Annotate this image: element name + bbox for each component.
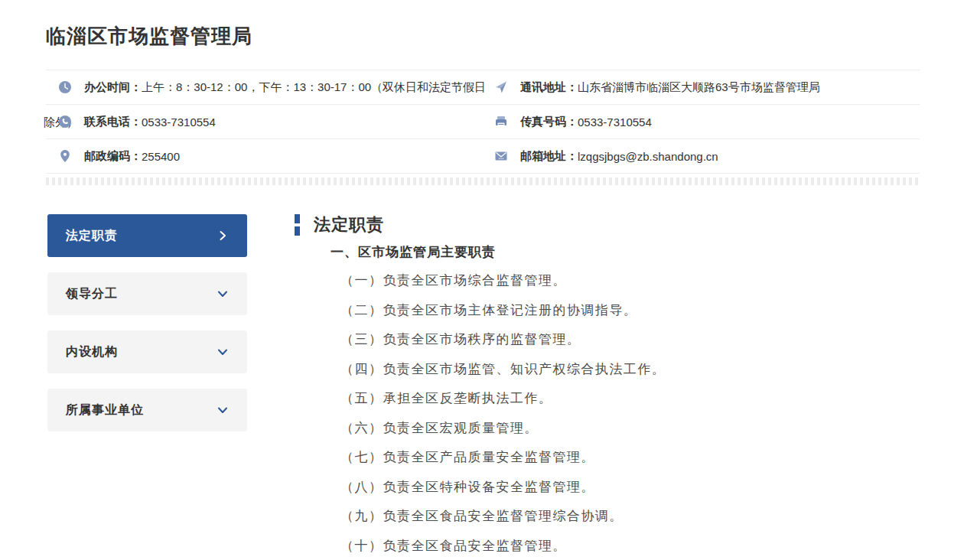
contact-label: 联系电话： <box>84 115 142 129</box>
contact-label: 邮政编码： <box>84 149 142 164</box>
sidebar-item-internal-orgs[interactable]: 内设机构 <box>47 330 247 373</box>
contact-postcode: 邮政编码： 255400 <box>46 139 482 173</box>
sidebar-item-label: 所属事业单位 <box>66 402 144 418</box>
contact-email: 邮箱地址： lzqgsjbgs@zb.shandong.cn <box>482 139 920 173</box>
clock-icon <box>58 80 72 94</box>
chevron-down-icon <box>217 346 229 358</box>
section-accent-bar <box>295 214 300 236</box>
duty-item: （八）负责全区特种设备安全监督管理。 <box>340 473 920 503</box>
duty-list: （一）负责全区市场综合监督管理。 （二）负责全区市场主体登记注册的协调指导。 （… <box>340 266 920 560</box>
send-icon <box>494 80 508 94</box>
duty-item: （六）负责全区宏观质量管理。 <box>340 414 920 444</box>
contact-label: 邮箱地址： <box>520 149 578 164</box>
sidebar-item-leadership[interactable]: 领导分工 <box>47 272 247 315</box>
duty-item: （十）负责全区食品安全监督管理。 <box>340 532 920 560</box>
contact-value: 255400 <box>142 150 180 163</box>
contact-value: 上午：8：30-12：00，下午：13：30-17：00（双休日和法定节假日 <box>142 80 486 95</box>
contact-fax: 传真号码： 0533-7310554 <box>482 105 920 138</box>
contact-label: 通讯地址： <box>520 80 578 95</box>
contact-value: lzqgsjbgs@zb.shandong.cn <box>578 150 718 163</box>
section-subtitle: 一、区市场监管局主要职责 <box>331 243 920 261</box>
contact-info-panel: 办公时间： 上午：8：30-12：00，下午：13：30-17：00（双休日和法… <box>46 70 920 174</box>
duty-item: （七）负责全区产品质量安全监督管理。 <box>340 443 920 473</box>
page-title: 临淄区市场监督管理局 <box>46 23 252 50</box>
contact-office-hours: 办公时间： 上午：8：30-12：00，下午：13：30-17：00（双休日和法… <box>46 70 482 104</box>
duty-item: （一）负责全区市场综合监督管理。 <box>340 266 920 296</box>
contact-label: 传真号码： <box>520 115 578 129</box>
fax-icon <box>494 115 508 129</box>
duty-item: （五）承担全区反垄断执法工作。 <box>340 384 920 414</box>
contact-value: 山东省淄博市临淄区大顺路63号市场监督管理局 <box>578 80 820 95</box>
sidebar-nav: 法定职责 领导分工 内设机构 所属事业单位 <box>47 214 247 447</box>
contact-value: 0533-7310554 <box>578 116 652 129</box>
sidebar-item-label: 领导分工 <box>66 286 118 302</box>
duty-item: （四）负责全区市场监管、知识产权综合执法工作。 <box>340 355 920 385</box>
sidebar-item-label: 内设机构 <box>66 344 118 360</box>
contact-row: 邮政编码： 255400 邮箱地址： lzqgsjbgs@zb.shandong… <box>46 139 920 174</box>
phone-icon <box>58 115 72 129</box>
location-icon <box>58 149 72 163</box>
striped-divider <box>46 177 920 185</box>
duty-item: （三）负责全区市场秩序的监督管理。 <box>340 325 920 355</box>
duty-item: （二）负责全区市场主体登记注册的协调指导。 <box>340 296 920 326</box>
duty-item: （九）负责全区食品安全监督管理综合协调。 <box>340 502 920 532</box>
sidebar-item-affiliated-units[interactable]: 所属事业单位 <box>47 389 247 431</box>
main-content: 法定职责 一、区市场监管局主要职责 （一）负责全区市场综合监督管理。 （二）负责… <box>295 213 920 560</box>
sidebar-item-label: 法定职责 <box>66 228 118 244</box>
contact-row: 办公时间： 上午：8：30-12：00，下午：13：30-17：00（双休日和法… <box>46 70 920 105</box>
sidebar-item-legal-duties[interactable]: 法定职责 <box>47 214 247 257</box>
contact-label: 办公时间： <box>84 80 142 95</box>
page: 临淄区市场监督管理局 办公时间： 上午：8：30-12：00，下午：13：30-… <box>0 0 964 560</box>
contact-phone: 联系电话： 0533-7310554 <box>46 105 482 138</box>
section-header: 法定职责 <box>295 213 920 236</box>
contact-row: 联系电话： 0533-7310554 传真号码： 0533-7310554 <box>46 105 920 139</box>
contact-value: 0533-7310554 <box>142 116 216 129</box>
chevron-down-icon <box>217 404 229 416</box>
mail-icon <box>494 149 508 163</box>
contact-address: 通讯地址： 山东省淄博市临淄区大顺路63号市场监督管理局 <box>482 70 920 104</box>
section-title: 法定职责 <box>314 213 384 236</box>
chevron-right-icon <box>217 230 229 242</box>
chevron-down-icon <box>217 288 229 300</box>
